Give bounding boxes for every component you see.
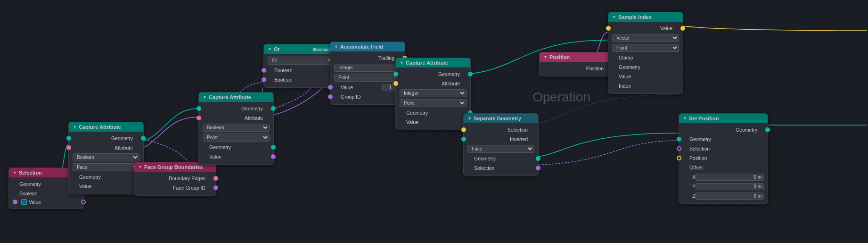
sg-inverted-port-in[interactable] — [461, 137, 466, 142]
af-integer-select[interactable]: Integer — [334, 64, 401, 72]
af-value-port-in[interactable] — [328, 85, 333, 90]
si-point-select[interactable]: Point — [612, 44, 679, 52]
collapse-icon[interactable]: ▼ — [13, 170, 17, 175]
sample-index-node: ▼ Sample Index Value Vector Point Clamp … — [608, 12, 683, 94]
sg-geometry-out-port[interactable] — [536, 156, 540, 161]
sample-index-header: ▼ Sample Index — [608, 12, 683, 22]
or-select[interactable]: Or — [268, 57, 335, 65]
fgb-boundary-port[interactable] — [213, 176, 218, 181]
ca2-geometry-port-in[interactable] — [197, 106, 201, 111]
sp-position-port-in[interactable] — [677, 156, 681, 160]
collapse-icon-pos[interactable]: ▼ — [543, 55, 548, 59]
ca1-geometry-out-row: Geometry — [69, 172, 143, 182]
ca2-geometry-out-port[interactable] — [271, 145, 276, 150]
or-select-row: Or — [264, 56, 338, 66]
ca2-geometry-row: Geometry — [199, 104, 273, 113]
collapse-icon-sg[interactable]: ▼ — [467, 116, 472, 121]
collapse-icon-af[interactable]: ▼ — [334, 44, 338, 49]
sp-selection-port-in[interactable] — [677, 146, 681, 151]
ca3-geometry-port-out[interactable] — [468, 72, 473, 76]
operation-label: Operation — [532, 90, 590, 105]
ca3-geometry-row: Geometry — [396, 69, 470, 79]
sp-y-input[interactable] — [696, 183, 764, 190]
sg-selection-out-port[interactable] — [536, 166, 540, 170]
sg-geometry-out-label: Geometry — [467, 156, 534, 161]
capture-attr-2-body: Geometry Attribute Boolean Point Geometr… — [199, 102, 273, 164]
ca1-select-boolean[interactable]: Boolean — [73, 153, 139, 161]
collapse-icon-fgb[interactable]: ▼ — [138, 165, 142, 169]
capture-attr-3-title: Capture Attribute — [406, 60, 448, 66]
fgb-title: Face Group Boundaries — [144, 164, 203, 170]
or-body: Or Boolean Boolean — [264, 54, 338, 87]
sg-selection-port-in[interactable] — [461, 127, 466, 132]
pos-position-row: Position — [540, 64, 614, 73]
ca3-attribute-port-in[interactable] — [393, 81, 398, 86]
ca1-select-face[interactable]: Face — [73, 163, 139, 171]
set-position-title: Set Position — [689, 116, 719, 121]
ca1-geometry-row: Geometry — [69, 134, 143, 143]
collapse-icon-2[interactable]: ▼ — [203, 95, 207, 100]
ca2-select-point[interactable]: Point — [203, 134, 270, 142]
collapse-icon-1[interactable]: ▼ — [73, 125, 77, 129]
ca3-select-point[interactable]: Point — [400, 99, 467, 107]
sg-selection-out-row: Selection — [464, 163, 538, 173]
set-position-body: Geometry Geometry Selection Position Off… — [679, 123, 768, 203]
si-value-port-in[interactable] — [606, 26, 611, 31]
or-boolean2-port-in[interactable] — [262, 77, 266, 82]
ca2-select-boolean[interactable]: Boolean — [203, 124, 270, 132]
si-index-label: Index — [612, 83, 679, 89]
sp-geometry-port-out[interactable] — [765, 127, 770, 132]
sample-index-body: Value Vector Point Clamp Geometry Value … — [608, 22, 683, 93]
ca1-select-face-row: Face — [69, 162, 143, 172]
ca1-geometry-port-out[interactable] — [141, 136, 146, 141]
sp-y-row: Y — [679, 182, 768, 191]
sp-geometry-in-row: Geometry — [679, 134, 768, 144]
af-groupid-port-in[interactable] — [328, 94, 333, 99]
sp-offset-label: Offset: — [683, 165, 764, 170]
ca3-select-integer[interactable]: Integer — [400, 89, 467, 97]
ca1-geometry-out-label: Geometry — [73, 174, 139, 180]
fgb-faceid-port[interactable] — [213, 185, 218, 190]
sg-face-select[interactable]: Face — [467, 145, 534, 153]
accumulate-field-body: Trailing Integer Point Value Group ID — [330, 51, 405, 104]
si-vector-select[interactable]: Vector — [612, 34, 679, 42]
ca1-value-out-label: Value — [73, 184, 139, 189]
selection-value-port-in[interactable] — [13, 200, 17, 204]
selection-value-port-out[interactable] — [81, 200, 86, 204]
or-boolean1-port-in[interactable] — [262, 68, 266, 73]
ca2-value-out-port[interactable] — [271, 154, 276, 159]
af-trailing-label: Trailing — [334, 55, 401, 61]
sp-geometry-label-text: Geometry — [683, 127, 764, 133]
face-group-boundaries-node: ▼ Face Group Boundaries Boundary Edges F… — [134, 162, 216, 196]
sp-position-label: Position — [683, 155, 764, 161]
collapse-icon-si[interactable]: ▼ — [612, 15, 616, 19]
sp-z-label: Z — [683, 193, 695, 199]
ca3-geometry-port-in[interactable] — [393, 72, 398, 76]
sp-z-input[interactable] — [695, 193, 764, 200]
collapse-icon-3[interactable]: ▼ — [400, 60, 404, 65]
ca3-geometry-out-label: Geometry — [400, 110, 467, 116]
ca1-attribute-port-in[interactable] — [66, 145, 71, 150]
si-value-port-out[interactable] — [680, 26, 685, 31]
fgb-body: Boundary Edges Face Group ID — [134, 172, 216, 195]
si-geometry-label: Geometry — [612, 64, 679, 70]
ca2-geometry-port-out[interactable] — [271, 106, 276, 111]
af-trailing-row: Trailing — [330, 53, 405, 63]
capture-attr-3-header: ▼ Capture Attribute — [396, 58, 470, 67]
or-header: ▼ Or Boolean — [264, 44, 338, 54]
collapse-icon-sp[interactable]: ▼ — [683, 116, 687, 121]
position-body: Position — [540, 62, 614, 76]
ca1-select-boolean-row: Boolean — [69, 152, 143, 162]
capture-attr-2-title: Capture Attribute — [209, 94, 251, 100]
ca1-geometry-port-in[interactable] — [66, 136, 71, 141]
ca2-attribute-port-in[interactable] — [197, 116, 201, 120]
sp-x-input[interactable] — [696, 174, 764, 181]
collapse-icon-or[interactable]: ▼ — [268, 47, 272, 51]
af-point-select[interactable]: Point — [334, 74, 401, 82]
sp-geometry-label-row: Geometry — [679, 125, 768, 134]
ca3-select-point-row: Point — [396, 98, 470, 108]
selection-checkbox[interactable] — [21, 199, 27, 205]
af-groupid-label: Group ID — [334, 94, 401, 100]
sp-geometry-port-in[interactable] — [677, 137, 681, 142]
accumulate-field-header: ▼ Accumulate Field — [330, 42, 405, 51]
